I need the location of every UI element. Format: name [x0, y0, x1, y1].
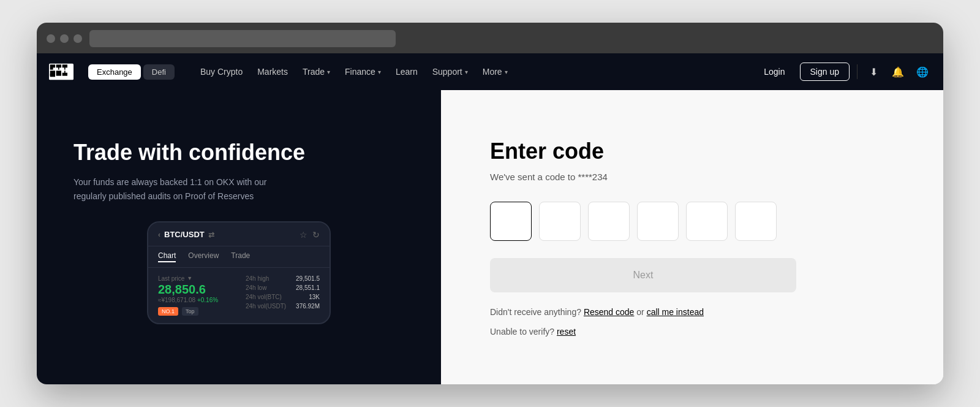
stat-label-3: 24h vol(USDT): [246, 303, 286, 310]
stat-label-2: 24h vol(BTC): [246, 294, 282, 300]
svg-rect-11: [69, 64, 72, 75]
phone-tab-chart[interactable]: Chart: [158, 251, 176, 262]
svg-rect-8: [56, 70, 61, 75]
browser-chrome: [37, 23, 943, 53]
phone-body: Last price ▼ 28,850.6 ≈¥198,671.08 +0.16…: [148, 268, 330, 323]
last-price-label: Last price ▼: [158, 275, 238, 282]
nav-right: Login Sign up ⬇ 🔔 🌐: [756, 63, 931, 81]
tab-defi[interactable]: Defi: [143, 64, 175, 80]
stat-value-3: 376.92M: [296, 303, 320, 310]
phone-price-section: Last price ▼ 28,850.6 ≈¥198,671.08 +0.16…: [158, 275, 238, 316]
support-chevron-icon: ▾: [465, 69, 468, 75]
form-title: Enter code: [490, 139, 604, 164]
traffic-lights: [47, 34, 82, 43]
nav-item-support[interactable]: Support ▾: [426, 63, 474, 80]
stat-row-3: 24h vol(USDT) 376.92M: [246, 303, 320, 310]
svg-rect-10: [50, 74, 55, 77]
tab-exchange[interactable]: Exchange: [88, 64, 141, 80]
phone-tab-trade[interactable]: Trade: [231, 251, 250, 262]
next-button[interactable]: Next: [490, 258, 796, 292]
stat-row-0: 24h high 29,501.5: [246, 275, 320, 282]
logo[interactable]: [49, 63, 74, 80]
stat-label-0: 24h high: [246, 275, 269, 282]
traffic-light-green: [74, 34, 82, 43]
code-input-1[interactable]: [490, 202, 532, 241]
resend-section: Didn't receive anything? Resend code or …: [490, 307, 704, 317]
price-value: 28,850.6: [158, 282, 238, 297]
form-subtitle: We've sent a code to ****234: [490, 172, 608, 182]
price-fiat: ≈¥198,671.08 +0.16%: [158, 297, 238, 303]
nav-item-learn[interactable]: Learn: [390, 63, 424, 80]
code-input-5[interactable]: [686, 202, 728, 241]
address-bar[interactable]: [89, 30, 396, 47]
code-input-2[interactable]: [539, 202, 581, 241]
call-me-link[interactable]: call me instead: [647, 307, 704, 317]
nav-item-more[interactable]: More ▾: [477, 63, 514, 80]
notification-icon[interactable]: 🔔: [889, 63, 907, 80]
phone-header-icons: ☆ ↻: [300, 230, 320, 240]
okx-logo-svg: [49, 63, 74, 80]
browser-content: Exchange Defi Buy Crypto Markets Trade ▾…: [37, 53, 943, 384]
reset-section: Unable to verify? reset: [490, 327, 576, 337]
left-panel: Trade with confidence Your funds are alw…: [37, 90, 441, 384]
signup-button[interactable]: Sign up: [800, 63, 850, 81]
stat-label-1: 24h low: [246, 284, 266, 291]
stat-value-0: 29,501.5: [296, 275, 320, 282]
nav-item-markets[interactable]: Markets: [251, 63, 294, 80]
traffic-light-red: [47, 34, 55, 43]
hero-title: Trade with confidence: [74, 139, 404, 165]
price-change: +0.16%: [197, 297, 218, 303]
code-input-3[interactable]: [588, 202, 630, 241]
no1-tag: NO.1: [158, 307, 178, 316]
more-chevron-icon: ▾: [505, 69, 508, 75]
nav-item-finance[interactable]: Finance ▾: [339, 63, 387, 80]
finance-chevron-icon: ▾: [378, 69, 381, 75]
resend-code-link[interactable]: Resend code: [584, 307, 635, 317]
refresh-icon: ↻: [312, 230, 320, 240]
code-input-4[interactable]: [637, 202, 679, 241]
price-arrow-icon: ▼: [187, 275, 192, 281]
phone-mockup: ‹ BTC/USDT ⇄ ☆ ↻ Chart Overview Trade: [147, 221, 331, 324]
reset-link[interactable]: reset: [557, 327, 576, 337]
hero-subtitle: Your funds are always backed 1:1 on OKX …: [74, 175, 282, 203]
stat-value-1: 28,551.1: [296, 284, 320, 291]
traffic-light-yellow: [60, 34, 69, 43]
swap-icon: ⇄: [208, 230, 214, 239]
price-tags: NO.1 Top: [158, 307, 238, 316]
code-input-6[interactable]: [735, 202, 777, 241]
login-button[interactable]: Login: [756, 63, 792, 80]
stat-row-2: 24h vol(BTC) 13K: [246, 294, 320, 300]
phone-stats: 24h high 29,501.5 24h low 28,551.1 24h v…: [246, 275, 320, 316]
top-tag: Top: [182, 307, 198, 316]
phone-tabs: Chart Overview Trade: [148, 246, 330, 268]
stat-value-2: 13K: [309, 294, 320, 300]
code-inputs: [490, 202, 777, 241]
phone-pair: ‹ BTC/USDT ⇄: [158, 230, 214, 239]
download-icon[interactable]: ⬇: [865, 63, 882, 80]
nav-menu: Buy Crypto Markets Trade ▾ Finance ▾ Lea…: [194, 63, 747, 80]
nav-tabs: Exchange Defi: [88, 64, 175, 80]
phone-header: ‹ BTC/USDT ⇄ ☆ ↻: [148, 223, 330, 246]
phone-tab-overview[interactable]: Overview: [188, 251, 219, 262]
trade-chevron-icon: ▾: [327, 69, 330, 75]
right-panel: Enter code We've sent a code to ****234 …: [441, 90, 943, 384]
main-content: Trade with confidence Your funds are alw…: [37, 90, 943, 384]
nav-item-buy-crypto[interactable]: Buy Crypto: [194, 63, 249, 80]
back-arrow-icon: ‹: [158, 230, 160, 239]
nav-item-trade[interactable]: Trade ▾: [296, 63, 336, 80]
globe-icon[interactable]: 🌐: [914, 63, 931, 80]
browser-window: Exchange Defi Buy Crypto Markets Trade ▾…: [37, 23, 943, 384]
nav-divider: [857, 64, 858, 79]
star-icon: ☆: [300, 230, 307, 240]
navbar: Exchange Defi Buy Crypto Markets Trade ▾…: [37, 53, 943, 90]
stat-row-1: 24h low 28,551.1: [246, 284, 320, 291]
